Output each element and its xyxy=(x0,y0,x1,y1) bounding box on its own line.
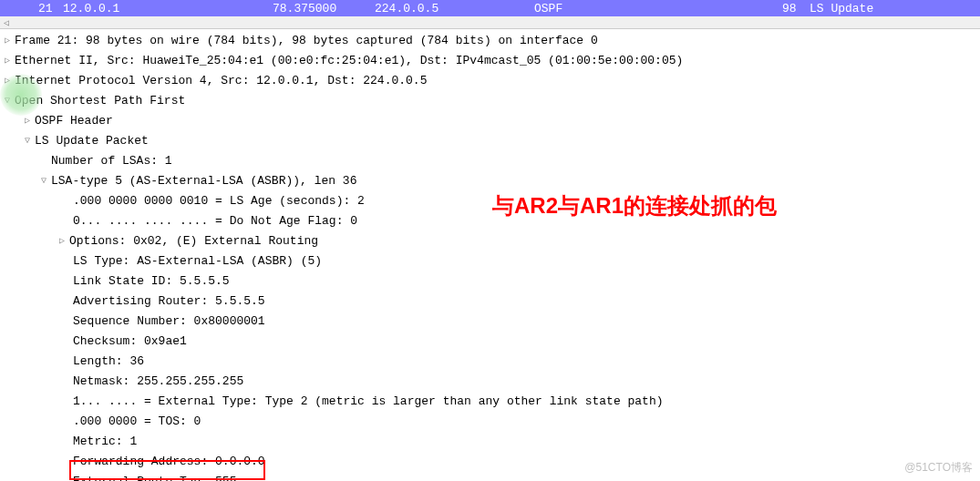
ethernet-text: Ethernet II, Src: HuaweiTe_25:04:e1 (00:… xyxy=(15,52,683,70)
num-lsas-row[interactable]: Number of LSAs: 1 xyxy=(0,151,980,171)
col-destination: 224.0.0.5 xyxy=(375,2,534,15)
nav-bar: ◁ xyxy=(0,16,980,29)
ls-type-field-row[interactable]: LS Type: AS-External-LSA (ASBR) (5) xyxy=(0,251,980,271)
seq-num-row[interactable]: Sequence Number: 0x80000001 xyxy=(0,312,980,332)
ls-update-text: LS Update Packet xyxy=(35,132,149,150)
frame-row[interactable]: Frame 21: 98 bytes on wire (784 bits), 9… xyxy=(0,31,980,51)
netmask-row[interactable]: Netmask: 255.255.255.255 xyxy=(0,372,980,392)
lsa-type-text: LSA-type 5 (AS-External-LSA (ASBR)), len… xyxy=(51,172,356,190)
fwd-addr-text: Forwarding Address: 0.0.0.0 xyxy=(73,453,265,471)
checksum-text: Checksum: 0x9ae1 xyxy=(73,333,187,351)
ethernet-row[interactable]: Ethernet II, Src: HuaweiTe_25:04:e1 (00:… xyxy=(0,51,980,71)
collapse-icon[interactable] xyxy=(38,172,49,190)
ip-row[interactable]: Internet Protocol Version 4, Src: 12.0.0… xyxy=(0,71,980,91)
fwd-addr-row[interactable]: Forwarding Address: 0.0.0.0 xyxy=(0,452,980,472)
length-text: Length: 36 xyxy=(73,353,144,371)
col-length: 98 xyxy=(782,2,810,15)
dna-flag-text: 0... .... .... .... = Do Not Age Flag: 0 xyxy=(73,212,357,230)
num-lsas-text: Number of LSAs: 1 xyxy=(51,152,172,170)
lsa-type-row[interactable]: LSA-type 5 (AS-External-LSA (ASBR)), len… xyxy=(0,171,980,191)
packet-list-row[interactable]: 21 12.0.0.1 78.375000 224.0.0.5 OSPF 98 … xyxy=(0,0,980,16)
ext-type-text: 1... .... = External Type: Type 2 (metri… xyxy=(73,393,664,411)
col-source: 12.0.0.1 xyxy=(49,2,273,15)
ospf-header-text: OSPF Header xyxy=(35,112,113,130)
options-row[interactable]: Options: 0x02, (E) External Routing xyxy=(0,231,980,251)
ls-update-row[interactable]: LS Update Packet xyxy=(0,131,980,151)
collapse-icon[interactable] xyxy=(2,92,13,110)
annotation-text: 与AR2与AR1的连接处抓的包 xyxy=(492,191,777,220)
frame-text: Frame 21: 98 bytes on wire (784 bits), 9… xyxy=(15,32,598,50)
checksum-row[interactable]: Checksum: 0x9ae1 xyxy=(0,332,980,352)
metric-row[interactable]: Metric: 1 xyxy=(0,432,980,452)
expand-icon[interactable] xyxy=(2,32,13,50)
ext-tag-row[interactable]: External Route Tag: 555 xyxy=(0,472,980,481)
expand-icon[interactable] xyxy=(2,52,13,70)
ls-age-row[interactable]: .000 0000 0000 0010 = LS Age (seconds): … xyxy=(0,191,980,211)
ospf-text: Open Shortest Path First xyxy=(15,92,185,110)
ospf-row[interactable]: Open Shortest Path First xyxy=(0,91,980,111)
collapse-icon[interactable] xyxy=(22,132,33,150)
length-row[interactable]: Length: 36 xyxy=(0,352,980,372)
link-state-id-row[interactable]: Link State ID: 5.5.5.5 xyxy=(0,271,980,292)
expand-icon[interactable] xyxy=(22,112,33,130)
link-state-id-text: Link State ID: 5.5.5.5 xyxy=(73,272,230,291)
col-protocol: OSPF xyxy=(534,2,782,15)
metric-text: Metric: 1 xyxy=(73,433,137,451)
netmask-text: Netmask: 255.255.255.255 xyxy=(73,373,243,391)
seq-num-text: Sequence Number: 0x80000001 xyxy=(73,312,265,331)
adv-router-text: Advertising Router: 5.5.5.5 xyxy=(73,292,265,311)
ospf-header-row[interactable]: OSPF Header xyxy=(0,111,980,131)
ext-tag-text: External Route Tag: 555 xyxy=(73,473,236,481)
col-time: 78.375000 xyxy=(273,2,375,15)
ext-type-row[interactable]: 1... .... = External Type: Type 2 (metri… xyxy=(0,392,980,412)
ls-type-field-text: LS Type: AS-External-LSA (ASBR) (5) xyxy=(73,252,322,271)
dna-flag-row[interactable]: 0... .... .... .... = Do Not Age Flag: 0 xyxy=(0,211,980,231)
expand-icon[interactable] xyxy=(57,232,67,251)
expand-icon[interactable] xyxy=(2,72,13,90)
nav-left-icon[interactable]: ◁ xyxy=(4,17,9,28)
packet-details-pane[interactable]: Frame 21: 98 bytes on wire (784 bits), 9… xyxy=(0,29,980,481)
adv-router-row[interactable]: Advertising Router: 5.5.5.5 xyxy=(0,292,980,312)
ls-age-text: .000 0000 0000 0010 = LS Age (seconds): … xyxy=(73,192,365,210)
tos-row[interactable]: .000 0000 = TOS: 0 xyxy=(0,412,980,432)
options-text: Options: 0x02, (E) External Routing xyxy=(69,232,318,251)
watermark: @51CTO博客 xyxy=(904,460,973,476)
tos-text: .000 0000 = TOS: 0 xyxy=(73,413,201,431)
col-info: LS Update xyxy=(810,2,976,15)
ip-text: Internet Protocol Version 4, Src: 12.0.0… xyxy=(15,72,427,90)
col-no: 21 xyxy=(4,2,49,15)
